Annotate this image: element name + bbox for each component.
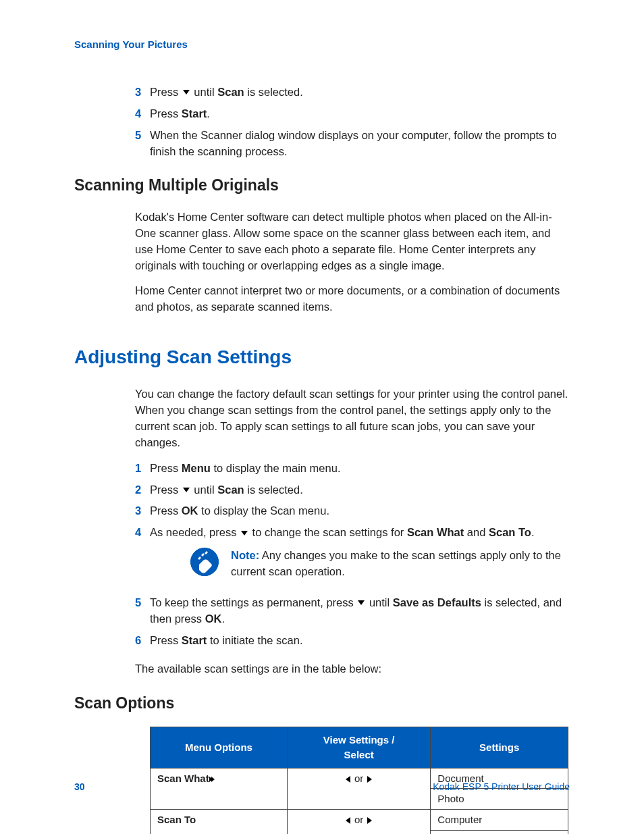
step-text: As needed, press to change the scan sett… [150,525,570,590]
content-column: 3 Press until Scan is selected. 4 Press … [135,84,570,160]
step-text: Press OK to display the Scan menu. [150,503,570,519]
text-fragment: until [366,596,392,608]
bold-scan-to: Scan To [489,526,531,538]
bold-ok: OK [205,613,222,625]
text-fragment: . [221,613,225,625]
step-6: 6 Press Start to initiate the scan. [135,633,570,649]
down-arrow-icon [241,531,248,536]
step-number: 4 [135,525,150,541]
text-fragment: until [191,484,217,496]
text-fragment: Press [150,107,182,120]
step-5: 5 To keep the settings as permanent, pre… [135,595,570,627]
content-column: Kodak's Home Center software can detect … [135,209,570,316]
cell-scan-to: Scan To [151,810,288,834]
step-text: Press Start. [150,106,570,122]
note-block: Note: Any changes you make to the scan s… [190,548,570,580]
col-menu-options: Menu Options [151,727,288,768]
step-3: 3 Press OK to display the Scan menu. [135,503,570,519]
text-fragment: to initiate the scan. [207,634,302,646]
left-arrow-icon [346,817,350,824]
step-text: Press until Scan is selected. [150,482,570,498]
step-3: 3 Press until Scan is selected. [135,84,570,101]
cell-view: or [287,810,430,834]
text-fragment: . [207,107,210,120]
step-text: When the Scanner dialog window displays … [150,128,570,160]
step-text: Press Menu to display the main menu. [150,461,570,477]
guide-title: Kodak ESP 5 Printer User Guide [433,780,570,793]
text-fragment: is selected. [244,484,303,496]
step-number: 5 [135,128,150,144]
heading-scan-options: Scan Options [74,692,570,714]
text-fragment: Press [150,634,182,646]
text-fragment: to change the scan settings for [249,526,407,538]
step-text: To keep the settings as permanent, press… [150,595,570,627]
step-number: 3 [135,503,150,519]
text-fragment: or [352,814,367,825]
text-fragment: View Settings / [323,734,395,746]
steps-list-adjust: 1 Press Menu to display the main menu. 2… [135,461,570,649]
text-fragment: is selected. [244,86,303,98]
content-column: You can change the factory default scan … [135,386,570,677]
step-2: 2 Press until Scan is selected. [135,482,570,498]
step-5: 5 When the Scanner dialog window display… [135,128,570,160]
note-text: Note: Any changes you make to the scan s… [231,548,570,580]
bold-save-defaults: Save as Defaults [393,596,481,608]
note-label: Note: [231,549,259,561]
table-row: Scan To or Computer Memory Card [151,810,568,834]
step-4: 4 As needed, press to change the scan se… [135,525,570,590]
bold-scan: Scan [217,484,244,496]
paragraph: You can change the factory default scan … [135,386,570,451]
text-fragment: Press [150,86,182,98]
step-number: 2 [135,482,150,498]
text-fragment: until [191,86,217,98]
down-arrow-icon [183,488,190,492]
heading-adjusting-scan: Adjusting Scan Settings [74,344,570,371]
table-header-row: Menu Options View Settings / Select Sett… [151,727,568,768]
right-arrow-icon [367,817,372,824]
page-footer: 30 Kodak ESP 5 Printer User Guide [74,780,570,793]
paragraph: Kodak's Home Center software can detect … [135,209,570,274]
step-text: Press until Scan is selected. [150,84,570,101]
col-settings: Settings [431,727,568,768]
bold-start: Start [182,634,207,646]
bold-ok: OK [182,504,198,517]
col-view-select: View Settings / Select [287,727,430,768]
note-body: Any changes you make to the scan setting… [231,549,561,577]
text-fragment: To keep the settings as permanent, press [150,596,356,608]
page: Scanning Your Pictures 3 Press until Sca… [0,0,644,834]
text-fragment: Select [344,749,374,760]
setting-computer: Computer [431,810,568,831]
text-fragment: to display the Scan menu. [198,504,329,517]
step-text: Press Start to initiate the scan. [150,633,570,649]
step-number: 4 [135,106,150,122]
text-fragment: Press [150,462,182,474]
step-number: 6 [135,633,150,649]
steps-list-top: 3 Press until Scan is selected. 4 Press … [135,84,570,160]
bold-scan-what: Scan What [407,526,464,538]
step-4: 4 Press Start. [135,106,570,122]
cell-settings: Computer Memory Card [431,810,568,834]
note-hand-icon [190,548,219,576]
down-arrow-icon [183,90,190,95]
step-number: 5 [135,595,150,611]
down-arrow-icon [358,600,365,605]
step-number: 1 [135,461,150,477]
paragraph: Home Center cannot interpret two or more… [135,283,570,315]
step-1: 1 Press Menu to display the main menu. [135,461,570,477]
running-header: Scanning Your Pictures [74,37,570,52]
text-fragment: to display the main menu. [211,462,341,474]
setting-memory-card: Memory Card [431,831,568,834]
text-fragment: Press [150,484,182,496]
text-fragment: . [531,526,535,538]
bold-scan: Scan [217,86,244,98]
bold-start: Start [182,107,207,120]
text-fragment: As needed, press [150,526,240,538]
text-fragment: and [464,526,489,538]
text-fragment: Press [150,504,182,517]
paragraph: The available scan settings are in the t… [135,661,570,677]
step-number: 3 [135,84,150,101]
heading-scanning-multiple: Scanning Multiple Originals [74,174,570,197]
page-number: 30 [74,780,85,793]
bold-menu: Menu [182,462,211,474]
